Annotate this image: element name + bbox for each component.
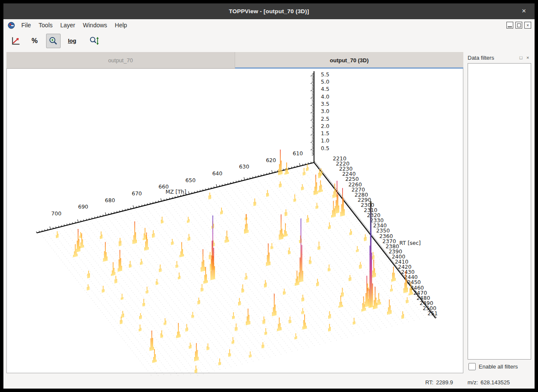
data-filters-list[interactable] xyxy=(468,63,531,360)
status-rt-label: RT: xyxy=(425,379,433,386)
svg-text:2.5: 2.5 xyxy=(321,116,329,122)
enable-all-filters-checkbox[interactable] xyxy=(468,363,476,370)
title-bar: TOPPView - [output_70 (3D)] × xyxy=(3,3,535,19)
app-logo-icon xyxy=(8,22,15,29)
maximize-icon[interactable] xyxy=(515,22,522,29)
svg-text:650: 650 xyxy=(186,177,196,183)
status-mz: m/z: 628.143525 xyxy=(468,379,510,386)
content-area: output_70 output_70 (3D) 5.55.04.54.03.5… xyxy=(3,50,535,376)
reset-zoom-icon xyxy=(11,36,21,46)
svg-text:1.5: 1.5 xyxy=(321,130,329,136)
float-panel-icon[interactable]: □ xyxy=(518,55,524,60)
enable-all-filters-label: Enable all filters xyxy=(479,363,518,370)
svg-text:610: 610 xyxy=(293,150,303,157)
svg-text:4.0: 4.0 xyxy=(321,93,329,100)
data-filters-title: Data filters xyxy=(468,55,518,61)
zoom-mode-button[interactable] xyxy=(46,34,61,48)
window-title: TOPPView - [output_70 (3D)] xyxy=(229,8,309,15)
menu-tools[interactable]: Tools xyxy=(35,20,57,30)
menu-windows[interactable]: Windows xyxy=(79,20,111,30)
close-panel-icon[interactable]: × xyxy=(524,55,531,60)
intensity-percentage-button[interactable]: % xyxy=(27,34,42,48)
svg-text:MZ [Th]: MZ [Th] xyxy=(166,189,186,195)
plot-3d-canvas[interactable]: 5.55.04.54.03.53.02.52.01.51.00.57006906… xyxy=(6,69,463,373)
svg-text:4.5: 4.5 xyxy=(321,86,329,92)
status-mz-value: 628.143525 xyxy=(480,379,510,386)
svg-text:3.5: 3.5 xyxy=(321,101,329,107)
toolbar: % log xyxy=(3,31,535,50)
menu-help[interactable]: Help xyxy=(111,20,131,30)
app-window: TOPPView - [output_70 (3D)] × File Tools… xyxy=(3,3,535,389)
svg-text:3.0: 3.0 xyxy=(321,108,329,114)
tab-bar: output_70 output_70 (3D) xyxy=(6,52,463,69)
status-mz-label: m/z: xyxy=(468,379,478,386)
plot-3d-svg: 5.55.04.54.03.53.02.52.01.51.00.57006906… xyxy=(7,69,463,376)
percent-icon: % xyxy=(32,37,38,45)
svg-text:5.5: 5.5 xyxy=(321,71,329,78)
window-close-icon[interactable]: × xyxy=(519,6,529,16)
magnifier-updown-icon xyxy=(89,36,99,46)
log-intensity-button[interactable]: log xyxy=(65,34,79,48)
status-rt: RT: 2289.9 xyxy=(425,379,453,386)
svg-text:2.0: 2.0 xyxy=(321,123,329,129)
svg-text:640: 640 xyxy=(212,170,222,177)
svg-text:690: 690 xyxy=(78,203,88,210)
menu-bar: File Tools Layer Windows Help × xyxy=(3,19,535,31)
svg-text:620: 620 xyxy=(266,157,276,163)
svg-text:630: 630 xyxy=(239,163,249,170)
zoom-stack-button[interactable] xyxy=(87,34,102,48)
svg-text:5.0: 5.0 xyxy=(321,78,329,85)
reset-zoom-button[interactable] xyxy=(9,34,23,48)
status-bar: RT: 2289.9 m/z: 628.143525 xyxy=(3,376,535,389)
svg-text:RT [sec]: RT [sec] xyxy=(399,240,421,246)
status-rt-value: 2289.9 xyxy=(436,379,453,386)
tab-output70-2d[interactable]: output_70 xyxy=(6,52,235,68)
svg-text:680: 680 xyxy=(105,197,115,203)
data-filters-panel: Data filters □ × Enable all filters xyxy=(468,52,531,373)
log-icon: log xyxy=(68,38,76,44)
data-filters-header: Data filters □ × xyxy=(468,52,531,63)
tab-output70-3d[interactable]: output_70 (3D) xyxy=(235,52,463,68)
magnifier-icon xyxy=(48,36,58,46)
svg-text:0.5: 0.5 xyxy=(321,145,329,151)
menu-file[interactable]: File xyxy=(17,20,35,30)
svg-text:1.0: 1.0 xyxy=(321,137,329,144)
enable-filters-row: Enable all filters xyxy=(468,360,531,373)
svg-text:251: 251 xyxy=(427,310,438,317)
svg-text:700: 700 xyxy=(51,210,61,217)
spectrum-main: output_70 output_70 (3D) 5.55.04.54.03.5… xyxy=(6,52,463,373)
minimize-icon[interactable] xyxy=(506,22,513,29)
svg-text:670: 670 xyxy=(132,190,142,197)
menu-layer[interactable]: Layer xyxy=(56,20,79,30)
close-icon[interactable]: × xyxy=(524,22,531,29)
